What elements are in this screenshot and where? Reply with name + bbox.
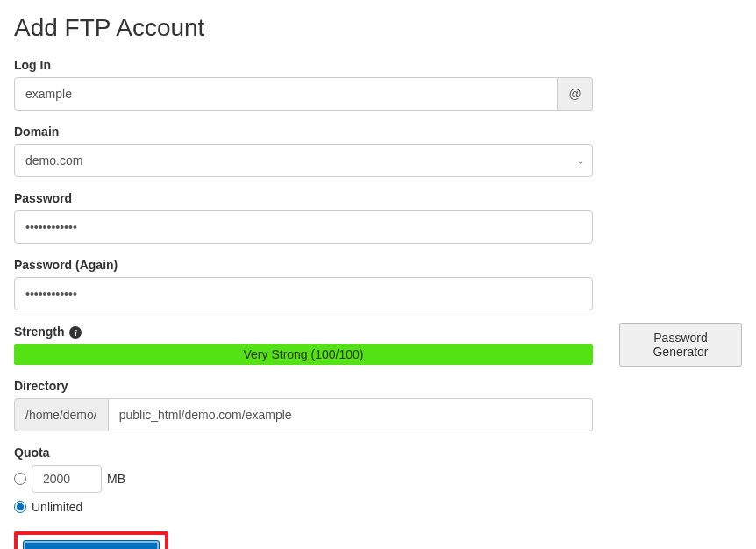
info-icon: i	[69, 326, 82, 339]
create-button-highlight: Create FTP Account	[14, 531, 168, 549]
domain-select[interactable]: demo.com	[14, 144, 593, 177]
login-input[interactable]	[14, 77, 558, 111]
strength-bar: Very Strong (100/100)	[14, 344, 593, 365]
password-input[interactable]	[14, 210, 593, 244]
directory-label: Directory	[14, 379, 593, 393]
create-ftp-button[interactable]: Create FTP Account	[23, 540, 160, 549]
quota-label: Quota	[14, 446, 593, 460]
login-label: Log In	[14, 58, 593, 72]
quota-radio-unlimited[interactable]	[14, 501, 26, 513]
strength-label: Strength i	[14, 324, 593, 339]
quota-unlimited-label: Unlimited	[32, 500, 82, 514]
password-label: Password	[14, 191, 593, 205]
page-title: Add FTP Account	[14, 14, 593, 42]
quota-radio-limited[interactable]	[14, 473, 26, 485]
directory-prefix: /home/demo/	[14, 398, 109, 431]
password-again-label: Password (Again)	[14, 258, 593, 272]
password-again-input[interactable]	[14, 277, 593, 310]
domain-label: Domain	[14, 125, 593, 139]
quota-input[interactable]	[32, 465, 102, 493]
login-addon-at: @	[558, 77, 593, 111]
password-generator-button[interactable]: Password Generator	[619, 323, 742, 367]
directory-input[interactable]	[109, 398, 593, 431]
quota-unit: MB	[107, 472, 125, 486]
